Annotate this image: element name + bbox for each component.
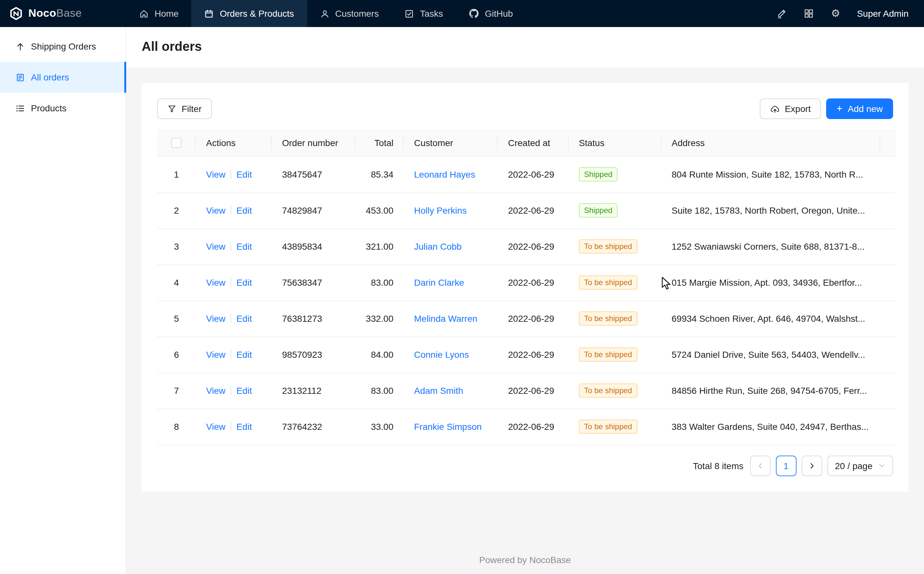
export-button[interactable]: Export [760,98,821,119]
pagination-total: Total 8 items [693,460,743,471]
customers-icon [320,9,329,18]
column-header-order-number: Order number [272,129,355,156]
table-row: 6ViewEdit9857092384.00Connie Lyons2022-0… [157,337,896,372]
order-number-cell: 43895834 [272,229,355,265]
select-column-header [157,129,196,156]
edit-link[interactable]: Edit [236,349,252,360]
list-icon [16,103,25,113]
nav-item-label: Orders & Products [220,8,294,19]
sidebar-item-all-orders[interactable]: All orders [0,62,126,93]
edit-link[interactable]: Edit [236,205,252,216]
status-badge: To be shipped [579,240,637,254]
customer-link[interactable]: Connie Lyons [414,349,469,360]
table-row: 3ViewEdit43895834321.00Julian Cobb2022-0… [157,229,896,265]
select-all-checkbox[interactable] [171,138,182,148]
nav-item-label: Customers [335,8,379,19]
total-cell: 453.00 [355,192,404,229]
sidebar-item-products[interactable]: Products [0,93,126,123]
spacer-cell [880,408,896,445]
address-cell: Suite 182, 15783, North Robert, Oregon, … [661,192,880,229]
address-cell: 5724 Daniel Drive, Suite 563, 54403, Wen… [661,337,880,372]
spacer-cell [880,265,896,301]
view-link[interactable]: View [206,169,225,180]
edit-link[interactable]: Edit [236,241,252,252]
address-cell: 84856 Hirthe Run, Suite 268, 94754-6705,… [661,372,880,408]
customer-cell: Frankie Simpson [404,408,498,445]
nav-item-github[interactable]: GitHub [456,0,526,27]
customer-link[interactable]: Darin Clarke [414,278,464,288]
order-number-cell: 73764232 [272,408,355,445]
blocks-icon[interactable] [804,8,814,19]
status-badge: To be shipped [579,347,637,362]
home-icon [139,9,149,18]
customer-link[interactable]: Julian Cobb [414,241,462,252]
edit-link[interactable]: Edit [236,421,252,432]
table-toolbar: Filter Export + Add new [157,98,893,119]
total-cell: 332.00 [355,301,404,337]
total-cell: 85.34 [355,156,404,192]
row-actions-cell: ViewEdit [196,265,272,301]
row-index-cell: 2 [157,192,196,229]
status-cell: To be shipped [569,301,661,337]
nav-item-home[interactable]: Home [126,0,191,27]
edit-link[interactable]: Edit [236,385,252,396]
gear-icon[interactable]: ⚙ [831,8,840,19]
address-cell: 015 Margie Mission, Apt. 093, 34936, Ebe… [661,265,880,301]
nav-item-customers[interactable]: Customers [307,0,392,27]
status-cell: To be shipped [569,265,661,301]
add-new-button-label: Add new [848,104,883,114]
brand[interactable]: NocoBase [0,0,126,27]
row-actions-cell: ViewEdit [196,156,272,192]
view-link[interactable]: View [206,313,225,324]
nav-item-label: Home [155,8,178,19]
actions-divider [231,242,231,251]
edit-link[interactable]: Edit [236,313,252,324]
highlighter-icon[interactable] [777,8,787,19]
view-link[interactable]: View [206,205,225,216]
spacer-cell [880,229,896,265]
actions-divider [231,170,231,179]
sidebar-item-shipping-orders[interactable]: Shipping Orders [0,31,126,62]
spacer-cell [880,156,896,192]
page-size-select[interactable]: 20 / page [827,455,893,476]
table-body: 1ViewEdit3847564785.34Leonard Hayes2022-… [157,156,896,445]
pagination-next-button[interactable] [801,455,822,476]
customer-link[interactable]: Leonard Hayes [414,169,475,180]
filter-icon [167,104,177,113]
customer-cell: Adam Smith [404,372,498,408]
nav-item-label: GitHub [485,8,513,19]
total-cell: 321.00 [355,229,404,265]
view-link[interactable]: View [206,385,225,396]
row-actions-cell: ViewEdit [196,229,272,265]
view-link[interactable]: View [206,349,225,360]
nav-item-orders-products[interactable]: Orders & Products [191,0,307,27]
add-new-button[interactable]: + Add new [826,98,893,119]
view-link[interactable]: View [206,278,225,288]
nocobase-logo-icon [9,6,23,20]
total-cell: 83.00 [355,265,404,301]
customer-link[interactable]: Holly Perkins [414,205,466,216]
page-size-value: 20 / page [835,460,872,471]
edit-link[interactable]: Edit [236,278,252,288]
status-badge: To be shipped [579,419,637,434]
filter-button[interactable]: Filter [157,98,212,119]
status-badge: To be shipped [579,311,637,326]
view-link[interactable]: View [206,241,225,252]
orders-card: Filter Export + Add new [142,83,908,491]
customer-link[interactable]: Adam Smith [414,385,463,396]
nav-item-tasks[interactable]: Tasks [392,0,456,27]
file-icon [16,73,25,82]
status-cell: To be shipped [569,372,661,408]
view-link[interactable]: View [206,421,225,432]
customer-link[interactable]: Frankie Simpson [414,421,482,432]
pagination-prev-button[interactable] [750,455,771,476]
nav-item-label: Tasks [420,8,443,19]
edit-link[interactable]: Edit [236,169,252,180]
customer-link[interactable]: Melinda Warren [414,313,477,324]
column-header-customer: Customer [404,129,498,156]
actions-divider [231,278,231,287]
actions-divider [231,206,231,215]
pagination-page-button[interactable]: 1 [776,455,796,476]
user-menu[interactable]: Super Admin [857,0,924,27]
address-cell: 69934 Schoen River, Apt. 646, 49704, Wal… [661,301,880,337]
